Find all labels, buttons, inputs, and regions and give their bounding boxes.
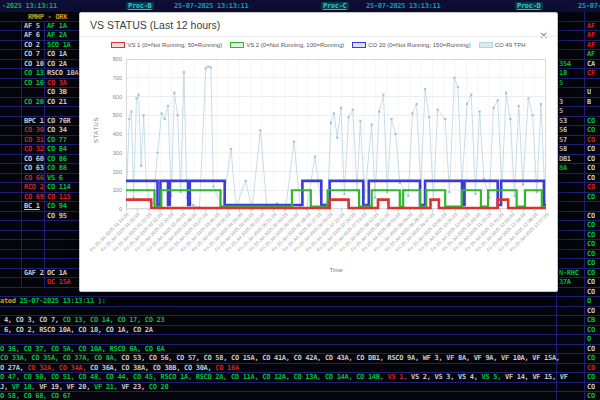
table-row: CO 10CO 2A <box>0 60 85 70</box>
table-cell: GAF 2A <box>22 269 45 278</box>
table-row: CO <box>585 364 600 374</box>
table-cell <box>0 98 22 107</box>
legend-swatch-icon <box>352 42 366 48</box>
table-cell: CB <box>585 316 595 325</box>
timestamp: 25-07-2025 <box>578 2 600 10</box>
table-row: BC 1CO 94 <box>0 202 85 212</box>
table-cell: CO <box>585 193 595 202</box>
table-cell <box>0 79 22 88</box>
proc-link[interactable]: Proc-B <box>126 2 154 10</box>
table-cell: B <box>585 98 591 107</box>
table-cell <box>22 221 45 230</box>
table-cell: CO <box>585 373 595 382</box>
table-cell: CO 7 <box>22 50 45 59</box>
terminal-screen: -2025 13:13:11Proc-B25-07-2025 13:13:11P… <box>0 0 600 400</box>
table-cell <box>0 155 22 164</box>
table-row: CF <box>585 69 600 79</box>
timestamp: 25-07-2025 13:13:11 <box>366 2 440 10</box>
status-line: O 47, CO 50, CO 51, CO 48, CO 44, CO 45,… <box>0 373 584 383</box>
table-row <box>556 88 584 98</box>
table-row: CA <box>585 60 600 70</box>
status-line: 6, CO 2, RSCO 10A, CO 18, CO 1A, CO 2A <box>0 326 584 336</box>
table-cell: CO 69 <box>22 193 45 202</box>
table-row: CO <box>585 126 600 136</box>
table-cell: CO 16 <box>22 79 45 88</box>
status-line: O 36, CO 37, CO 5A, CO 10A, RSCO 6A, CO … <box>0 345 584 355</box>
table-cell <box>0 240 22 249</box>
status-text: O 27A, <box>0 364 27 372</box>
legend-item[interactable]: VS 1 (0=Not Running, 50=Running) <box>111 42 222 48</box>
table-row: CO 63CO 88 <box>0 164 85 174</box>
table-cell: O <box>585 335 591 344</box>
table-row <box>556 202 584 212</box>
dialog-title: VS STATUS (Last 12 hours) <box>90 19 220 31</box>
table-cell: CO 31 <box>22 136 45 145</box>
table-cell <box>0 22 22 31</box>
table-row <box>0 240 85 250</box>
table-row: 5 <box>556 79 584 89</box>
table-cell: CO <box>585 221 595 230</box>
table-cell: CO 10 <box>22 60 45 69</box>
table-cell: O <box>585 297 591 306</box>
chart-svg <box>126 59 546 215</box>
table-row <box>556 250 584 260</box>
table-cell: CO <box>585 240 595 249</box>
table-row: CO 66VS 6 <box>0 174 85 184</box>
status-text: O 58, CO 68, CO 67 <box>0 392 70 400</box>
table-row: CO 30CO 34 <box>0 126 85 136</box>
table-row: CO 2SCO 1A <box>0 41 85 51</box>
chart-legend: VS 1 (0=Not Running, 50=Running)VS 2 (0=… <box>80 42 557 48</box>
table-row: CO 7CO 1A <box>0 50 85 60</box>
status-text: VS 2, VS 3, VS 4, <box>411 373 481 381</box>
table-row <box>585 107 600 117</box>
table-cell: N-RHC <box>556 269 579 278</box>
status-text: CO 16A <box>215 364 239 372</box>
table-row: CO 95 <box>0 212 85 222</box>
table-row <box>556 31 584 41</box>
table-cell <box>0 50 22 59</box>
table-row: CO 69CO 115 <box>0 193 85 203</box>
legend-item[interactable]: CO 49 TPH <box>479 42 526 48</box>
status-line: O 27A, CO 32A, CO 34A, CO 36A, CO 38A, C… <box>0 364 584 374</box>
table-cell: CO <box>585 250 595 259</box>
table-cell: CO <box>585 145 595 154</box>
table-cell <box>22 259 45 268</box>
table-row: CO <box>585 250 600 260</box>
legend-item[interactable]: VS 2 (0=Not Running, 100=Running) <box>230 42 344 48</box>
table-row: CO <box>585 326 600 336</box>
table-row: CO <box>585 117 600 127</box>
legend-item[interactable]: CO 20 (0=Not Running, 150=Running) <box>352 42 470 48</box>
table-row: CO <box>585 269 600 279</box>
table-cell: CO <box>585 326 595 335</box>
table-row: AF <box>585 22 600 32</box>
table-row <box>556 174 584 184</box>
table-row <box>585 79 600 89</box>
table-row <box>0 107 85 117</box>
table-row: CO <box>585 240 600 250</box>
table-cell: CO <box>585 392 595 400</box>
table-cell: BPC 1 <box>22 117 45 126</box>
table-cell: CO <box>585 155 595 164</box>
table-cell: CO 30 <box>22 126 45 135</box>
table-cell <box>22 250 45 259</box>
status-text: 6, CO 2, RSCO 10A, CO 18, CO 1A, CO 2A <box>0 326 153 334</box>
table-cell: CO <box>585 364 595 373</box>
table-row: CO 20CO 21 <box>0 98 85 108</box>
table-row: AF 6AF 2A <box>0 31 85 41</box>
table-row: CO <box>585 183 600 193</box>
proc-link[interactable]: Proc-D <box>515 2 543 10</box>
table-row: CO <box>585 212 600 222</box>
y-tick-label: 100 <box>98 187 122 193</box>
table-row: 18 <box>556 69 584 79</box>
vs-status-dialog: VS STATUS (Last 12 hours) ✕ VS 1 (0=Not … <box>79 12 558 292</box>
table-row <box>556 259 584 269</box>
table-row: CO <box>585 164 600 174</box>
proc-link[interactable]: Proc-C <box>321 2 349 10</box>
table-row: DB1 <box>556 155 584 165</box>
legend-label: CO 49 TPH <box>495 42 526 48</box>
table-row: U <box>585 88 600 98</box>
table-cell: CO 2 <box>22 41 45 50</box>
table-cell <box>0 269 22 278</box>
table-row <box>0 231 85 241</box>
top-status-bar: -2025 13:13:11Proc-B25-07-2025 13:13:11P… <box>0 0 600 12</box>
